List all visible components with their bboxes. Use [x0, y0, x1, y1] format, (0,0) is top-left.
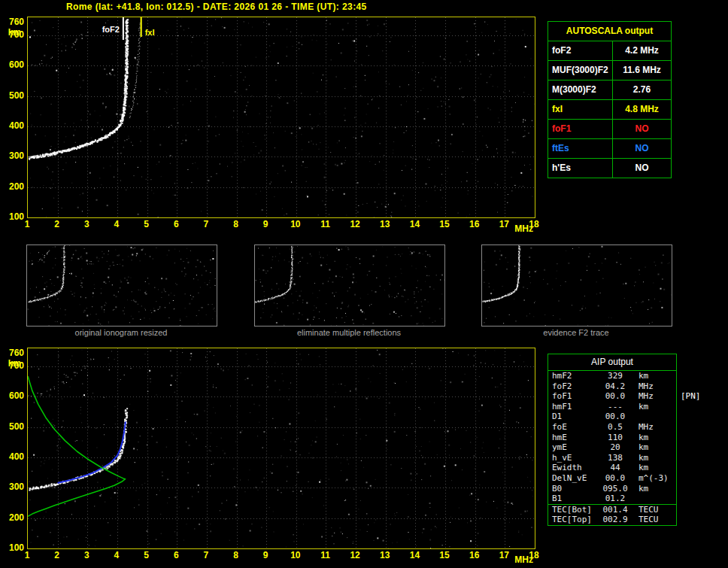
param-value: NO [613, 159, 671, 178]
thumbnail-caption-original: original ionogram resized [26, 328, 216, 337]
param-unit: km [632, 484, 648, 494]
param-name: foE [548, 422, 598, 433]
x-axis-tick-label: 7 [196, 220, 216, 229]
autoscala-row-fxi: fxI4.8 MHz [548, 100, 671, 120]
param-value: 44 [598, 463, 632, 473]
x-axis-tick-label: 7 [196, 551, 216, 560]
param-unit: MHz [632, 422, 654, 433]
param-value: 138 [598, 453, 632, 463]
aip-row-yme: ymE20km [548, 442, 676, 453]
param-value: 00.0 [598, 412, 632, 422]
param-label: M(3000)F2 [548, 80, 613, 99]
param-unit [632, 494, 639, 504]
param-value: --- [598, 402, 632, 412]
noise-dots [484, 246, 672, 326]
noise-dots [27, 245, 217, 326]
param-name: hmF1 [548, 402, 598, 412]
autoscala-row-fof1: foF1NO [548, 120, 671, 139]
x-axis-tick-label: 17 [494, 551, 514, 560]
param-value: NO [613, 139, 671, 158]
autoscala-row-ftes: ftEsNO [548, 139, 671, 159]
curve-fitted-o-trace [58, 422, 126, 483]
param-name: h_vE [548, 453, 598, 463]
aip-table-rows: hmF2329kmfoF204.2MHzfoF100.0MHz[PN]hmF1-… [548, 371, 676, 525]
thumbnail-original [26, 245, 217, 327]
aip-row-hmf1: hmF1---km [548, 402, 676, 412]
aip-row-tec-top-: TEC[Top]002.9TECU [548, 515, 676, 525]
x-axis-tick-label: 2 [47, 220, 67, 229]
trace-trace [482, 246, 520, 303]
param-value: NO [613, 120, 671, 138]
x-axis-tick-label: 15 [435, 220, 454, 229]
param-name: TEC[Bot] [548, 505, 598, 515]
param-name: hmF2 [548, 371, 598, 381]
y-axis-tick-label: 500 [0, 91, 24, 100]
y-axis-tick-label: 500 [0, 422, 24, 431]
param-name: ymE [548, 442, 598, 453]
aip-row-hme: hmE110km [548, 433, 676, 443]
param-value: 00.0 [598, 391, 632, 402]
param-value: 001.4 [598, 505, 632, 515]
x-axis-tick-label: 5 [137, 551, 156, 560]
param-unit: km [632, 371, 648, 381]
param-name: Ewidth [548, 463, 598, 473]
x-axis-tick-label: 11 [315, 551, 335, 560]
param-value: 002.9 [598, 515, 632, 525]
x-axis-tick-label: 12 [345, 551, 365, 560]
x-axis-tick-label: 1 [17, 551, 37, 560]
aip-row-b0: B0095.0km [548, 484, 676, 494]
param-unit [632, 412, 639, 422]
x-axis-tick-label: 8 [226, 551, 246, 560]
autoscala-table-title: AUTOSCALA output [548, 22, 671, 41]
aip-row-deln-ve: DelN_vE00.0m^(-3) [548, 473, 676, 484]
param-name: B1 [548, 494, 598, 504]
trace-f2-x-trace [129, 23, 141, 117]
autoscala-screen: Rome (lat: +41.8, lon: 012.5) - DATE: 20… [0, 0, 728, 568]
x-axis-tick-label: 2 [47, 551, 67, 560]
param-note: [PN] [681, 391, 701, 402]
aip-row-d1: D100.0 [548, 412, 676, 422]
x-axis-tick-label: 13 [375, 551, 395, 560]
y-axis-unit-label: km [0, 28, 21, 37]
y-axis-tick-label: 300 [0, 151, 24, 160]
trace-second-hop [32, 251, 50, 266]
param-label: ftEs [548, 139, 613, 158]
x-axis-tick-label: 9 [256, 551, 275, 560]
x-axis-tick-label: 8 [226, 220, 246, 229]
x-axis-tick-label: 6 [166, 551, 186, 560]
autoscala-row-m-3000-f2: M(3000)F22.76 [548, 80, 671, 100]
param-unit: TECU [632, 515, 659, 525]
x-axis-unit-label: MHz [514, 555, 533, 564]
param-unit: km [632, 463, 648, 473]
param-unit: km [632, 453, 648, 463]
param-value: 095.0 [598, 484, 632, 494]
aip-row-ewidth: Ewidth44km [548, 463, 676, 473]
y-axis-tick-label: 400 [0, 121, 24, 130]
aip-row-fof1: foF100.0MHz[PN] [548, 391, 676, 402]
aip-row-foe: foE0.5MHz [548, 422, 676, 433]
aip-row-h-ve: h_vE138km [548, 453, 676, 463]
x-axis-tick-label: 3 [77, 220, 96, 229]
param-value: 110 [598, 433, 632, 443]
thumbnail-caption-f2trace: evidence F2 trace [481, 328, 671, 337]
noise-dots [29, 17, 535, 217]
param-label: h'Es [548, 159, 613, 178]
param-label: MUF(3000)F2 [548, 61, 613, 80]
param-label: foF1 [548, 120, 613, 138]
autoscala-table-rows: foF24.2 MHzMUF(3000)F211.6 MHzM(3000)F22… [548, 41, 671, 178]
page-title: Rome (lat: +41.8, lon: 012.5) - DATE: 20… [66, 2, 367, 12]
param-unit: MHz [632, 381, 654, 392]
param-name: D1 [548, 412, 598, 422]
param-name: foF2 [548, 381, 598, 392]
x-axis-unit-label: MHz [514, 224, 533, 233]
grid-lines [28, 17, 535, 217]
y-axis-tick-label: 760 [0, 17, 24, 26]
param-value: 20 [598, 442, 632, 453]
autoscala-row-fof2: foF24.2 MHz [548, 41, 671, 61]
x-axis-tick-label: 14 [405, 220, 424, 229]
param-value: 04.2 [598, 381, 632, 392]
marker-label-foF2: foF2 [102, 25, 120, 34]
param-value: 329 [598, 371, 632, 381]
thumbnail-f2trace [481, 245, 672, 327]
x-axis-tick-label: 5 [137, 220, 156, 229]
